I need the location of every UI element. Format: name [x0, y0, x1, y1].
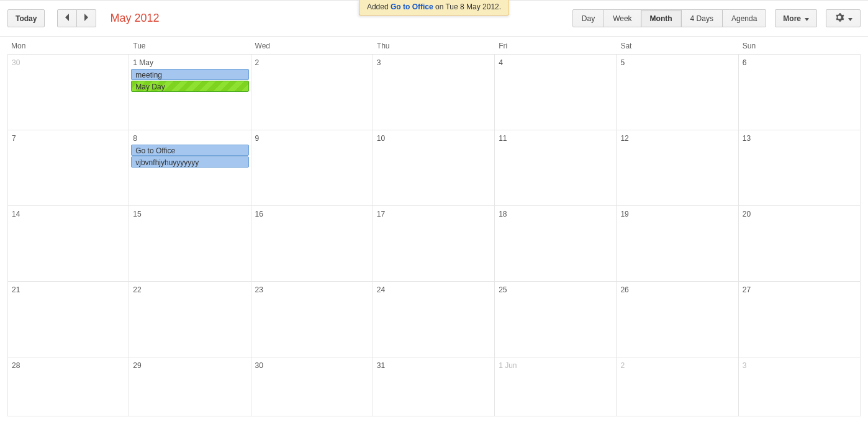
date-number[interactable]: 20: [739, 207, 751, 220]
calendar-day-cell[interactable]: 15: [129, 206, 251, 281]
calendar-event[interactable]: May Day: [131, 81, 248, 92]
weekday-label: Tue: [129, 42, 251, 50]
calendar-day-cell[interactable]: 3: [739, 357, 861, 416]
calendar-event[interactable]: meeting: [131, 69, 248, 80]
view-agenda-label: Agenda: [731, 14, 757, 23]
date-number[interactable]: 2: [251, 56, 260, 68]
calendar-day-cell[interactable]: 8Go to Officevjbvnfhjyhuyyyyyyy: [129, 130, 251, 205]
calendar-day-cell[interactable]: 5: [617, 55, 738, 130]
calendar-day-cell[interactable]: 1 Jun: [495, 357, 617, 416]
calendar-day-cell[interactable]: 1 MaymeetingMay Day: [129, 55, 251, 130]
calendar-day-cell[interactable]: 20: [739, 206, 861, 281]
more-menu-button[interactable]: More: [775, 9, 817, 27]
date-number[interactable]: 5: [617, 56, 625, 68]
caret-down-icon: [801, 14, 809, 23]
date-number[interactable]: 30: [8, 56, 20, 68]
date-number[interactable]: 11: [495, 132, 507, 144]
weekday-label: Mon: [7, 42, 129, 50]
date-number[interactable]: 26: [617, 283, 628, 295]
today-button[interactable]: Today: [7, 9, 45, 27]
date-number[interactable]: 22: [129, 283, 141, 295]
view-day-button[interactable]: Day: [572, 9, 604, 27]
calendar-day-cell[interactable]: 30: [251, 357, 373, 416]
calendar-day-cell[interactable]: 21: [7, 282, 129, 357]
calendar-day-cell[interactable]: 22: [129, 282, 251, 357]
calendar-day-cell[interactable]: 18: [495, 206, 617, 281]
calendar-day-cell[interactable]: 24: [373, 282, 495, 357]
calendar-day-cell[interactable]: 14: [7, 206, 129, 281]
date-number[interactable]: 17: [373, 207, 385, 220]
date-number[interactable]: 14: [8, 207, 20, 220]
view-month-button[interactable]: Month: [641, 9, 682, 27]
next-button[interactable]: [76, 9, 96, 27]
notification-toast[interactable]: Added Go to Office on Tue 8 May 2012.: [359, 0, 509, 16]
date-number[interactable]: 9: [251, 132, 260, 144]
calendar-day-cell[interactable]: 25: [495, 282, 617, 357]
calendar-day-cell[interactable]: 16: [251, 206, 373, 281]
date-number[interactable]: 19: [617, 207, 628, 220]
calendar-event[interactable]: vjbvnfhjyhuyyyyyyy: [131, 156, 248, 168]
calendar-day-cell[interactable]: 12: [617, 130, 738, 205]
calendar-day-cell[interactable]: 31: [373, 357, 495, 416]
calendar-day-cell[interactable]: 27: [739, 282, 861, 357]
calendar-day-cell[interactable]: 19: [617, 206, 738, 281]
calendar-day-cell[interactable]: 3: [373, 55, 495, 130]
calendar-day-cell[interactable]: 2: [251, 55, 373, 130]
date-number[interactable]: 31: [373, 359, 385, 371]
date-number[interactable]: 15: [129, 207, 141, 220]
date-number[interactable]: 4: [495, 56, 503, 68]
today-button-label: Today: [16, 14, 37, 23]
chevron-left-icon: [65, 14, 70, 23]
calendar-day-cell[interactable]: 23: [251, 282, 373, 357]
date-number[interactable]: 21: [8, 283, 20, 295]
toast-link[interactable]: Go to Office: [391, 2, 433, 11]
date-number[interactable]: 8: [129, 132, 137, 144]
view-week-label: Week: [613, 14, 631, 23]
calendar-week-row: 301 MaymeetingMay Day23456: [7, 55, 861, 130]
calendar-day-cell[interactable]: 13: [739, 130, 861, 205]
period-label: May 2012: [110, 12, 159, 25]
calendar-day-cell[interactable]: 17: [373, 206, 495, 281]
calendar-day-cell[interactable]: 29: [129, 357, 251, 416]
date-number[interactable]: 1 May: [129, 56, 153, 68]
date-number[interactable]: 10: [373, 132, 385, 144]
date-number[interactable]: 30: [251, 359, 263, 371]
weekday-label: Thu: [373, 42, 495, 50]
calendar-week-row: 21222324252627: [7, 282, 861, 357]
calendar-grid: 301 MaymeetingMay Day2345678Go to Office…: [7, 54, 861, 422]
date-number[interactable]: 23: [251, 283, 263, 295]
calendar-day-cell[interactable]: 6: [739, 55, 861, 130]
calendar-day-cell[interactable]: 26: [617, 282, 738, 357]
date-number[interactable]: 27: [739, 283, 751, 295]
more-menu-label: More: [783, 14, 801, 23]
date-number[interactable]: 24: [373, 283, 385, 295]
date-number[interactable]: 12: [617, 132, 628, 144]
date-number[interactable]: 13: [739, 132, 751, 144]
prev-button[interactable]: [57, 9, 77, 27]
date-number[interactable]: 18: [495, 207, 507, 220]
date-number[interactable]: 7: [8, 132, 16, 144]
calendar-day-cell[interactable]: 10: [373, 130, 495, 205]
date-number[interactable]: 16: [251, 207, 263, 220]
view-agenda-button[interactable]: Agenda: [722, 9, 766, 27]
calendar-event[interactable]: Go to Office: [131, 145, 248, 156]
calendar-day-cell[interactable]: 2: [617, 357, 738, 416]
calendar-day-cell[interactable]: 9: [251, 130, 373, 205]
date-number[interactable]: 28: [8, 359, 20, 371]
date-number[interactable]: 3: [373, 56, 381, 68]
date-number[interactable]: 1 Jun: [495, 359, 517, 371]
view-4days-button[interactable]: 4 Days: [681, 9, 723, 27]
calendar-day-cell[interactable]: 28: [7, 357, 129, 416]
date-number[interactable]: 25: [495, 283, 507, 295]
view-week-button[interactable]: Week: [604, 9, 641, 27]
date-number[interactable]: 3: [739, 359, 747, 371]
calendar-day-cell[interactable]: 11: [495, 130, 617, 205]
calendar-day-cell[interactable]: 4: [495, 55, 617, 130]
calendar-day-cell[interactable]: 30: [7, 55, 129, 130]
date-number[interactable]: 6: [739, 56, 747, 68]
calendar-day-cell[interactable]: 7: [7, 130, 129, 205]
settings-menu-button[interactable]: [826, 9, 861, 27]
date-number[interactable]: 2: [617, 359, 625, 371]
date-number[interactable]: 29: [129, 359, 141, 371]
weekday-label: Sat: [617, 42, 738, 50]
